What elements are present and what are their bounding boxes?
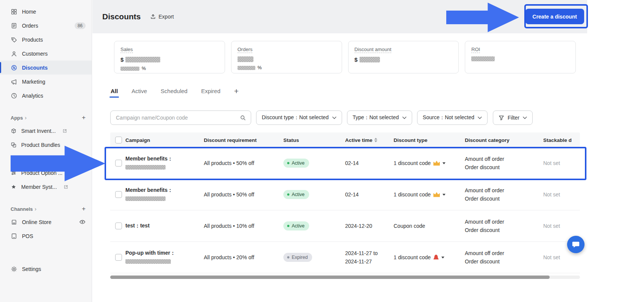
tab-scheduled[interactable]: Scheduled bbox=[161, 88, 188, 94]
marketing-icon bbox=[11, 78, 17, 85]
chevron-right-icon: › bbox=[35, 206, 37, 212]
tab-active[interactable]: Active bbox=[131, 88, 147, 94]
eye-icon[interactable] bbox=[79, 219, 86, 225]
app-flash-icon bbox=[11, 156, 17, 162]
gear-icon bbox=[11, 266, 17, 272]
campaign-name[interactable]: test：test bbox=[125, 223, 200, 229]
search-input[interactable] bbox=[115, 114, 240, 121]
sidebar-item-flash[interactable]: Flash bbox=[0, 152, 92, 166]
discount-type-dropdown[interactable]: Discount type：Not selected bbox=[256, 111, 342, 125]
sort-icon[interactable] bbox=[374, 138, 377, 142]
source-dropdown[interactable]: Source：Not selected bbox=[417, 111, 488, 125]
main-content: Discounts Export Create a discount Sales… bbox=[92, 0, 587, 302]
chat-widget-button[interactable] bbox=[567, 236, 585, 253]
scrollbar-thumb[interactable] bbox=[110, 276, 550, 279]
column-active-time[interactable]: Active time bbox=[345, 137, 394, 143]
sidebar-item-online-store[interactable]: Online Store bbox=[0, 215, 92, 229]
home-icon bbox=[11, 8, 17, 15]
channels-section-header[interactable]: Channels › + bbox=[0, 203, 92, 215]
discount-type: 1 discount code bbox=[394, 191, 431, 198]
sidebar-item-customers[interactable]: Customers bbox=[0, 47, 92, 61]
redacted-value bbox=[125, 259, 171, 264]
sidebar-item-label: Flash bbox=[21, 156, 34, 162]
row-checkbox[interactable] bbox=[115, 223, 122, 229]
campaign-name[interactable]: Member benefits： bbox=[125, 156, 200, 162]
redacted-value bbox=[238, 66, 255, 70]
type-dropdown[interactable]: Type：Not selected bbox=[347, 111, 412, 125]
dropdown-label: Source：Not selected bbox=[423, 114, 474, 121]
tab-expired[interactable]: Expired bbox=[201, 88, 220, 94]
redacted-value bbox=[238, 56, 253, 62]
row-checkbox[interactable] bbox=[115, 191, 122, 198]
chevron-down-icon bbox=[523, 117, 527, 119]
add-channel-button[interactable]: + bbox=[82, 205, 86, 213]
sidebar-item-member-system[interactable]: Member Syst... bbox=[0, 180, 92, 194]
status-badge: Active bbox=[283, 159, 309, 168]
column-status: Status bbox=[283, 137, 345, 143]
stat-card-sales: Sales $ % bbox=[114, 41, 225, 73]
table-header: Campaign Discount requirement Status Act… bbox=[110, 132, 580, 148]
sidebar-item-analytics[interactable]: Analytics bbox=[0, 89, 92, 103]
chevron-down-icon bbox=[332, 117, 336, 119]
row-checkbox[interactable] bbox=[115, 160, 122, 167]
orders-icon bbox=[11, 22, 17, 29]
table-row[interactable]: Member benefits： All products • 50% off … bbox=[110, 148, 580, 179]
chevron-right-icon: › bbox=[25, 115, 27, 121]
sidebar-item-product-bundles[interactable]: Product Bundles bbox=[0, 138, 92, 152]
channels-section-label: Channels bbox=[11, 206, 33, 212]
discount-requirement: All products • 20% off bbox=[204, 254, 283, 260]
export-icon bbox=[150, 14, 156, 20]
column-discount-type: Discount type bbox=[394, 137, 465, 143]
dropdown-label: Discount type：Not selected bbox=[262, 114, 329, 121]
sidebar-item-label: Customers bbox=[22, 51, 48, 57]
caret-down-icon[interactable] bbox=[442, 162, 445, 164]
caret-down-icon[interactable] bbox=[441, 257, 444, 258]
create-discount-button[interactable]: Create a discount bbox=[525, 9, 584, 24]
discount-category-line2: Order discount bbox=[465, 257, 539, 266]
add-tab-button[interactable]: + bbox=[234, 87, 239, 95]
row-checkbox[interactable] bbox=[115, 254, 122, 261]
sidebar-item-label: Product Bundles bbox=[21, 142, 60, 148]
redacted-value bbox=[125, 165, 166, 170]
active-time-line1: 2024-11-27 to bbox=[345, 249, 390, 257]
table-row[interactable]: Pop-up with timer： All products • 20% of… bbox=[110, 242, 580, 273]
active-time: 02-14 bbox=[345, 160, 394, 166]
percent-suffix: % bbox=[142, 66, 146, 71]
sidebar-item-product-option[interactable]: Product Option ... bbox=[0, 166, 92, 180]
tab-all[interactable]: All bbox=[111, 88, 118, 94]
sidebar-item-home[interactable]: Home bbox=[0, 5, 92, 19]
export-label: Export bbox=[159, 14, 174, 20]
sidebar-item-settings[interactable]: Settings bbox=[0, 262, 92, 276]
sidebar-item-marketing[interactable]: Marketing bbox=[0, 75, 92, 89]
sidebar-item-smart-inventory[interactable]: Smart Invent... bbox=[0, 124, 92, 138]
apps-section-header[interactable]: Apps › + bbox=[0, 112, 92, 124]
table-row[interactable]: Member benefits： All products • 50% off … bbox=[110, 179, 580, 210]
filter-button[interactable]: Filter bbox=[493, 111, 533, 125]
sidebar-item-discounts[interactable]: Discounts bbox=[0, 61, 92, 75]
app-bundles-icon bbox=[11, 142, 17, 148]
apps-section-label: Apps bbox=[11, 115, 23, 121]
add-app-button[interactable]: + bbox=[82, 114, 86, 121]
status-badge: Active bbox=[283, 190, 309, 199]
column-stackable: Stackable d bbox=[543, 137, 580, 143]
campaign-name[interactable]: Pop-up with timer： bbox=[125, 250, 200, 257]
discounts-table: Campaign Discount requirement Status Act… bbox=[110, 132, 580, 273]
crown-icon bbox=[433, 161, 440, 166]
status-dot bbox=[287, 225, 289, 227]
table-row[interactable]: test：test All products • 10% off Active … bbox=[110, 210, 580, 242]
sidebar-item-products[interactable]: Products bbox=[0, 33, 92, 47]
export-button[interactable]: Export bbox=[150, 14, 174, 20]
status-badge: Active bbox=[283, 221, 309, 230]
select-all-checkbox[interactable] bbox=[115, 137, 122, 143]
chevron-down-icon bbox=[402, 117, 406, 119]
page-header: Discounts Export Create a discount bbox=[92, 0, 587, 33]
app-options-icon bbox=[11, 170, 17, 176]
discount-category-line2: Order discount bbox=[465, 163, 539, 171]
campaign-name[interactable]: Member benefits： bbox=[125, 187, 200, 194]
stat-label: Sales bbox=[120, 47, 133, 53]
sidebar-item-pos[interactable]: POS bbox=[0, 229, 92, 243]
stat-label: Orders bbox=[238, 47, 253, 53]
caret-down-icon[interactable] bbox=[442, 194, 445, 196]
sidebar-item-orders[interactable]: Orders 86 bbox=[0, 19, 92, 33]
search-box[interactable] bbox=[110, 111, 251, 125]
